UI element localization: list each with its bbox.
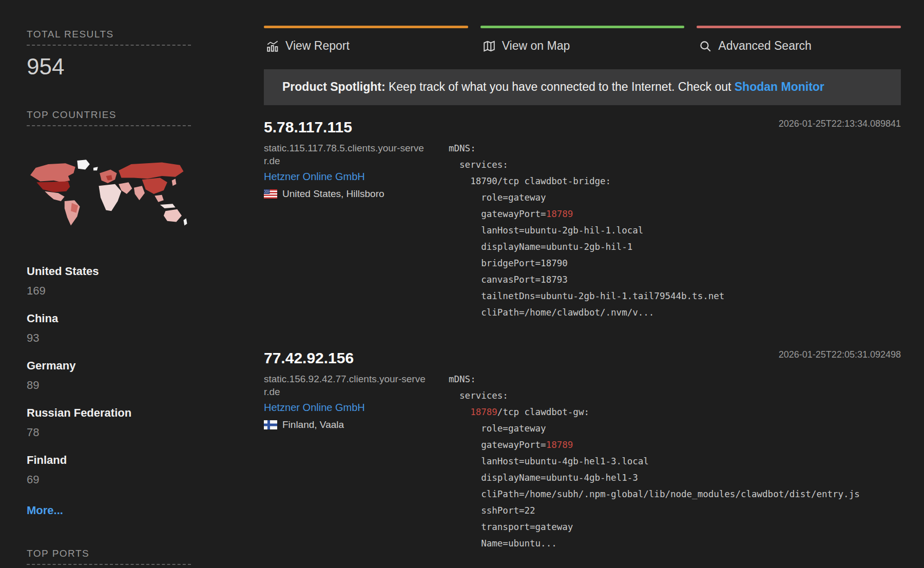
result-hostname: static.156.92.42.77.clients.your-server.… bbox=[264, 373, 429, 398]
country-count: 169 bbox=[27, 284, 191, 298]
banner-text: Keep track of what you have connected to… bbox=[386, 80, 735, 93]
tab-label: View Report bbox=[285, 39, 350, 53]
country-flag-icon bbox=[264, 189, 277, 199]
result-location: Finland, Vaala bbox=[264, 419, 449, 430]
country-filter-item[interactable]: United States 169 bbox=[27, 265, 191, 298]
country-flag-icon bbox=[264, 420, 277, 429]
result-timestamp: 2026-01-25T22:05:31.092498 bbox=[779, 349, 901, 360]
country-name: Germany bbox=[27, 359, 191, 373]
country-filter-item[interactable]: Germany 89 bbox=[27, 359, 191, 392]
world-map-image bbox=[27, 157, 189, 231]
country-count: 93 bbox=[27, 331, 191, 345]
tab-view-report[interactable]: View Report bbox=[264, 26, 468, 62]
country-count: 78 bbox=[27, 426, 191, 439]
country-name: Finland bbox=[27, 454, 191, 467]
country-count: 89 bbox=[27, 379, 191, 392]
result-location: United States, Hillsboro bbox=[264, 188, 449, 200]
country-filter-item[interactable]: China 93 bbox=[27, 312, 191, 345]
country-name: China bbox=[27, 312, 191, 325]
banner-highlight: Product Spotlight: bbox=[282, 80, 386, 93]
main-content: View Report View on Map bbox=[264, 0, 901, 568]
shodan-monitor-link[interactable]: Shodan Monitor bbox=[735, 80, 824, 93]
top-countries-heading: TOP COUNTRIES bbox=[27, 109, 191, 126]
result-banner-data: mDNS: services: 18790/tcp clawdbot-bridg… bbox=[449, 140, 901, 321]
report-chart-icon bbox=[266, 40, 279, 53]
country-filter-item[interactable]: Finland 69 bbox=[27, 454, 191, 486]
search-icon bbox=[699, 40, 712, 53]
result-location-text: Finland, Vaala bbox=[282, 419, 344, 430]
tab-view-on-map[interactable]: View on Map bbox=[480, 26, 685, 62]
top-ports-heading: TOP PORTS bbox=[27, 548, 191, 565]
tab-label: Advanced Search bbox=[718, 39, 812, 53]
country-count: 69 bbox=[27, 473, 191, 486]
result-ip-link[interactable]: 77.42.92.156 bbox=[264, 349, 449, 367]
finland-flag-icon bbox=[264, 420, 277, 429]
top-countries-list: United States 169 China 93 Germany 89 Ru… bbox=[27, 265, 191, 486]
result-hostname: static.115.117.78.5.clients.your-server.… bbox=[264, 142, 429, 167]
result-org-link[interactable]: Hetzner Online GmbH bbox=[264, 402, 449, 414]
total-results-heading: TOTAL RESULTS bbox=[27, 29, 191, 46]
country-filter-item[interactable]: Russian Federation 78 bbox=[27, 406, 191, 439]
us-flag-icon bbox=[264, 189, 277, 199]
country-name: Russian Federation bbox=[27, 406, 191, 420]
result-timestamp: 2026-01-25T22:13:34.089841 bbox=[779, 119, 901, 129]
result-org-link[interactable]: Hetzner Online GmbH bbox=[264, 171, 449, 183]
toolbar-tabs: View Report View on Map bbox=[264, 26, 901, 62]
result-entry: 5.78.117.115 static.115.117.78.5.clients… bbox=[264, 119, 901, 321]
tab-label: View on Map bbox=[502, 39, 570, 53]
result-banner-data: mDNS: services: 18789/tcp clawdbot-gw: r… bbox=[449, 371, 901, 552]
result-location-text: United States, Hillsboro bbox=[282, 188, 384, 200]
country-name: United States bbox=[27, 265, 191, 278]
result-entry: 77.42.92.156 static.156.92.42.77.clients… bbox=[264, 349, 901, 552]
map-icon bbox=[483, 40, 496, 53]
result-ip-link[interactable]: 5.78.117.115 bbox=[264, 119, 449, 136]
more-countries-link[interactable]: More... bbox=[27, 504, 63, 517]
page: TOTAL RESULTS 954 TOP COUNTRIES bbox=[0, 0, 924, 568]
product-spotlight-banner: Product Spotlight: Keep track of what yo… bbox=[264, 69, 901, 105]
sidebar: TOTAL RESULTS 954 TOP COUNTRIES bbox=[27, 0, 191, 568]
tab-advanced-search[interactable]: Advanced Search bbox=[697, 26, 901, 62]
total-results-value: 954 bbox=[27, 54, 191, 80]
results-list: 5.78.117.115 static.115.117.78.5.clients… bbox=[264, 119, 901, 552]
